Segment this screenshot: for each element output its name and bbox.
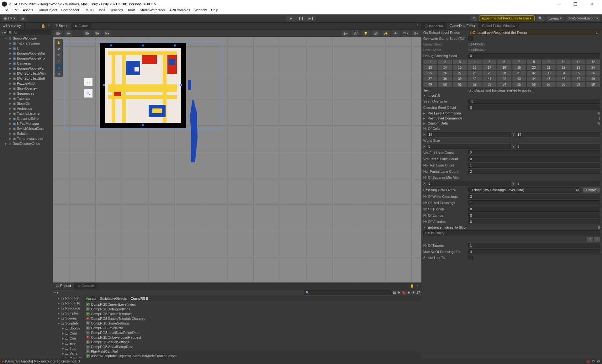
hierarchy-item[interactable]: ▶▣Temp Instance of (0, 136, 53, 141)
entrance-foldout[interactable]: Entrance Indices To Skip (428, 225, 466, 229)
level-number-button[interactable]: 28 (468, 71, 482, 76)
asset-item[interactable]: SCompRGBDebugSettings (84, 307, 421, 311)
hierarchy-item[interactable]: ▶▣SwitchVirtualCurs (0, 126, 53, 131)
level-number-button[interactable]: 17 (483, 65, 496, 70)
inspector-tab[interactable]: ⓘ Inspector (421, 23, 446, 29)
level-number-button[interactable]: 36 (586, 71, 600, 76)
level-number-button[interactable]: 32 (527, 71, 541, 76)
scene-root[interactable]: BoogieWoogie (13, 36, 37, 40)
layers-dropdown[interactable]: Layers ▾ (547, 16, 564, 21)
rotate-tool[interactable]: ⟳ (55, 52, 62, 58)
project-lock-icon[interactable]: 🔒 (410, 284, 414, 288)
scene-light-icon[interactable]: 💡 (362, 30, 369, 36)
hierarchy-lock-icon[interactable]: 🔒 (41, 24, 45, 28)
folder-item[interactable]: ▶🗀Com (53, 331, 84, 336)
project-folder-tree[interactable]: ▶🗀Renderin▶🗀RenderTe▶🗀Resource▶🗀Samples▶… (53, 296, 84, 358)
play-button[interactable]: ▶ (286, 16, 296, 21)
level-number-button[interactable]: 24 (586, 65, 600, 70)
scene-gizmos-menu[interactable]: ⚙▾ (412, 30, 420, 36)
level-number-button[interactable]: 1 (423, 60, 437, 64)
hierarchy-search[interactable]: 🔍 All (7, 30, 51, 35)
hor-full-field[interactable]: 1 (468, 163, 600, 168)
folder-item[interactable]: ▶🗀Resource (53, 306, 84, 311)
breadcrumb-item[interactable]: ScriptableObjects (100, 297, 127, 300)
level-number-button[interactable]: 30 (497, 71, 511, 76)
asset-item[interactable]: SCompRGBLevelDataEditorData (84, 330, 421, 335)
hierarchy-item[interactable]: ▶▣BoogieWoogiePro (0, 56, 53, 61)
level-number-button[interactable]: 13 (423, 65, 437, 70)
hierarchy-tree[interactable]: ▼⊞BoogieWoogie ▶▣TutorialSystem▶▣UI▶▣Boo… (0, 36, 53, 358)
folder-item[interactable]: ▶🗀Ever (53, 341, 84, 346)
folder-item[interactable]: ▶🗀Renderin (53, 296, 84, 301)
menu-tools[interactable]: Tools (127, 8, 135, 14)
folder-item[interactable]: ▶🗀Tutc (53, 346, 84, 351)
breadcrumb-item[interactable]: CompRGB (131, 297, 148, 300)
list-add-button[interactable]: + (587, 237, 593, 242)
project-star-icon[interactable]: ★ (407, 291, 410, 295)
hierarchy-item[interactable]: ▶▣Solution (0, 131, 53, 136)
custom-data-foldout[interactable]: Custom Data (428, 121, 448, 125)
globaleditor-tab[interactable]: Global Editor Window (479, 23, 519, 29)
level-number-button[interactable]: 42 (497, 76, 511, 81)
menu-help[interactable]: Help (211, 8, 218, 14)
step-button[interactable]: ▶❚ (306, 16, 316, 21)
layout-dropdown[interactable]: OneScreenLayout ▾ (566, 16, 600, 21)
close-button[interactable]: ✕ (586, 2, 597, 7)
ver-full-field[interactable]: 2 (468, 150, 600, 155)
level-number-button[interactable]: 52 (468, 82, 482, 87)
hierarchy-item[interactable]: ▶▣ShowDir (0, 101, 53, 106)
level-number-button[interactable]: 59 (572, 82, 585, 87)
level-number-button[interactable]: 46 (557, 76, 570, 81)
scene-audio-icon[interactable]: 🔊 (372, 30, 379, 36)
level-number-button[interactable]: 20 (527, 65, 541, 70)
move-tool[interactable]: ✥ (55, 46, 62, 51)
transform-tool[interactable]: ⊕ (55, 71, 62, 76)
level-number-button[interactable]: 56 (527, 82, 541, 87)
hierarchy-item[interactable]: ▶▣TutorialListener (0, 111, 53, 116)
debug-seed-field[interactable]: 0 (468, 53, 600, 58)
level-number-button[interactable]: 26 (438, 71, 452, 76)
menu-window[interactable]: Window (194, 8, 207, 14)
level-number-button[interactable]: 41 (483, 76, 496, 81)
bumps-field[interactable]: 0 (468, 213, 600, 218)
project-add-button[interactable]: + ▾ (54, 291, 59, 295)
level-number-button[interactable]: 14 (438, 65, 452, 70)
scene-fx-icon[interactable]: ✨ (382, 30, 389, 36)
level-number-button[interactable]: 33 (542, 71, 556, 76)
level-number-button[interactable]: 38 (438, 76, 452, 81)
level-number-button[interactable]: 6 (497, 60, 511, 64)
menu-component[interactable]: Component (61, 8, 79, 14)
breadcrumb-item[interactable]: Assets (86, 297, 96, 300)
targets-field[interactable]: 1 (468, 243, 600, 248)
overwrite-seed-checkbox[interactable] (468, 36, 473, 41)
game-tab[interactable]: ▶ Game (72, 23, 91, 29)
hand-tool[interactable]: ✋ (55, 40, 62, 45)
level-number-button[interactable]: 50 (438, 82, 452, 87)
level-number-button[interactable]: 11 (572, 60, 585, 64)
level-number-button[interactable]: 8 (527, 60, 541, 64)
folder-item[interactable]: ▶🗀Samples (53, 311, 84, 316)
level-number-button[interactable]: 29 (483, 71, 496, 76)
console-tab[interactable]: ⊞ Console (74, 282, 97, 289)
level-foldout[interactable]: Level16 (428, 94, 440, 98)
hierarchy-item[interactable]: ▶▣UI (0, 46, 53, 51)
hierarchy-item[interactable]: ▶▣BoogieWoogieMai (0, 51, 53, 56)
scene-2d-toggle[interactable]: 2D (352, 30, 359, 36)
editor-rect-button[interactable]: ▭ (84, 78, 93, 87)
level-number-button[interactable]: 51 (453, 82, 467, 87)
pause-button[interactable]: ❚❚ (296, 16, 306, 21)
level-number-button[interactable]: 57 (542, 82, 556, 87)
scene-view-menu[interactable]: ▦▾ (55, 30, 62, 36)
scene-incr-menu[interactable]: ⊪▾ (103, 30, 111, 36)
level-number-button[interactable]: 54 (497, 82, 511, 87)
hierarchy-item[interactable]: ▶▣BW_StoryTextWith (0, 71, 53, 76)
crossing-offset-field[interactable]: 0 (468, 105, 600, 110)
asset-item[interactable]: SCompRGBVisualSetupData (84, 344, 421, 349)
scene-viewport[interactable]: ✋ ✥ ⟳ ⤢ ▭ ⊕ ▾ (53, 37, 421, 282)
hierarchy-item[interactable]: ▶▣Sequences (0, 91, 53, 96)
red-crossings-field[interactable]: 1 (468, 200, 600, 205)
level-number-button[interactable]: 5 (483, 60, 496, 64)
level-number-button[interactable]: 48 (586, 76, 600, 81)
editor-search-button[interactable]: 🔍 (84, 89, 93, 98)
hierarchy-add-button[interactable]: + ▾ (1, 31, 6, 35)
